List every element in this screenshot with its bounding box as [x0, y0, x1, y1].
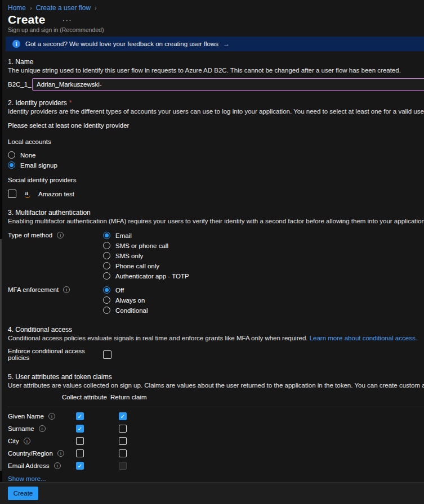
radio-label: Email [115, 232, 132, 239]
more-menu-icon[interactable]: ··· [63, 16, 73, 24]
radio-option-email[interactable]: Email [103, 232, 189, 239]
info-icon: i [12, 40, 20, 48]
mfa-enforcement-row: MFA enforcement i Off Always on Conditio… [8, 286, 424, 314]
attr-row-email-address: Email Addressi [8, 460, 424, 472]
radio-icon[interactable] [8, 151, 15, 159]
attr-label: Country/Regioni [8, 450, 76, 457]
section-identity-description: Identity providers are the different typ… [8, 108, 424, 115]
radio-icon[interactable] [103, 252, 110, 259]
return-checkbox-country-region[interactable] [119, 449, 127, 457]
social-providers-label: Social identity providers [8, 177, 424, 184]
enforce-conditional-label: Enforce conditional access policies [8, 348, 103, 361]
info-icon[interactable]: i [24, 438, 30, 444]
attr-row-city: Cityi [8, 435, 424, 447]
collect-attribute-column-header: Collect attribute [62, 394, 107, 400]
radio-icon[interactable] [103, 296, 110, 304]
attr-row-country-region: Country/Regioni [8, 447, 424, 460]
section-name-description: The unique string used to identify this … [8, 67, 424, 74]
create-button[interactable]: Create [8, 487, 38, 500]
radio-option-conditional[interactable]: Conditional [103, 307, 148, 314]
collect-checkbox-given-name[interactable] [76, 412, 84, 420]
attributes-table-headers: Collect attribute Return claim [8, 394, 424, 402]
return-checkbox-given-name[interactable] [119, 412, 127, 420]
mfa-enforcement-label: MFA enforcement i [8, 286, 103, 293]
enforce-conditional-row: Enforce conditional access policies [8, 348, 424, 361]
amazon-icon: a [25, 190, 32, 198]
banner-message: Got a second? We would love your feedbac… [25, 40, 218, 47]
info-icon[interactable]: i [57, 232, 64, 238]
radio-icon[interactable] [103, 272, 110, 280]
required-marker: * [69, 99, 72, 107]
attr-label: Cityi [8, 438, 76, 444]
section-conditional-description: Conditional access policies evaluate sig… [8, 335, 424, 342]
show-more-link[interactable]: Show more... [8, 475, 46, 482]
attr-row-surname: Surnamei [8, 422, 424, 435]
radio-label: Authenticator app - TOTP [115, 273, 189, 280]
radio-option-authenticator-totp[interactable]: Authenticator app - TOTP [103, 272, 189, 280]
radio-label: Phone call only [115, 263, 159, 269]
section-attributes-description: User attributes are values collected on … [8, 382, 424, 389]
breadcrumb-home-link[interactable]: Home [8, 4, 26, 12]
section-mfa-description: Enabling multifactor authentication (MFA… [8, 218, 424, 225]
identity-note: Please select at least one identity prov… [8, 122, 424, 129]
enforce-conditional-checkbox[interactable] [103, 350, 111, 359]
section-attributes-heading: 5. User attributes and token claims [8, 374, 424, 381]
radio-option-sms-or-phone-call[interactable]: SMS or phone call [103, 242, 189, 249]
chevron-right-icon: › [30, 4, 32, 12]
section-name-heading: 1. Name [8, 58, 424, 66]
collect-checkbox-surname[interactable] [76, 425, 84, 433]
attr-row-given-name: Given Namei [8, 410, 424, 422]
type-of-method-row: Type of method i Email SMS or phone call… [8, 232, 424, 280]
radio-icon[interactable] [103, 307, 110, 314]
show-more-row: Show more... [8, 475, 424, 482]
radio-option-phone-call-only[interactable]: Phone call only [103, 262, 189, 269]
conditional-learn-more-link[interactable]: Learn more about conditional access. [310, 335, 417, 341]
return-checkbox-surname[interactable] [119, 425, 127, 433]
type-of-method-radio-group: Email SMS or phone call SMS only Phone c… [103, 232, 189, 280]
social-provider-amazon-row: a Amazon test [8, 190, 424, 198]
collect-checkbox-city[interactable] [76, 437, 84, 445]
radio-label: Off [115, 287, 124, 294]
radio-label: Conditional [115, 307, 148, 314]
info-icon[interactable]: i [48, 413, 55, 420]
radio-icon[interactable] [103, 286, 110, 294]
radio-label: SMS or phone call [115, 242, 168, 249]
name-field-row: B2C_1_* [8, 78, 424, 91]
radio-option-off[interactable]: Off [103, 286, 148, 294]
chevron-right-icon: › [95, 4, 97, 12]
radio-icon[interactable] [103, 262, 110, 269]
collect-checkbox-email-address[interactable] [76, 462, 84, 470]
collect-checkbox-country-region[interactable] [76, 449, 84, 457]
info-icon[interactable]: i [57, 450, 64, 457]
amazon-test-checkbox[interactable] [8, 190, 16, 198]
local-accounts-radio-group: None Email signup [8, 151, 424, 169]
return-claim-column-header: Return claim [110, 394, 147, 400]
info-icon[interactable]: i [54, 462, 61, 469]
attr-label: Surnamei [8, 425, 76, 432]
return-checkbox-email-address [119, 462, 127, 470]
local-accounts-label: Local accounts [8, 138, 424, 146]
breadcrumb: Home › Create a user flow › [8, 4, 424, 12]
page-title: Create [8, 14, 46, 26]
section-conditional-heading: 4. Conditional access [8, 326, 424, 334]
arrow-right-icon[interactable]: → [223, 40, 230, 48]
breadcrumb-parent-link[interactable]: Create a user flow [36, 4, 91, 12]
left-scrollbar-thumb[interactable] [0, 239, 2, 471]
radio-option-none[interactable]: None [8, 151, 424, 159]
info-icon[interactable]: i [39, 425, 46, 432]
page-subtitle: Sign up and sign in (Recommended) [8, 26, 424, 33]
name-field-label: B2C_1_* [8, 81, 32, 88]
radio-icon[interactable] [103, 242, 110, 249]
feedback-banner[interactable]: i Got a second? We would love your feedb… [6, 37, 424, 51]
info-icon[interactable]: i [63, 286, 70, 293]
radio-icon[interactable] [103, 232, 110, 239]
radio-icon[interactable] [8, 161, 15, 169]
radio-option-always-on[interactable]: Always on [103, 296, 148, 304]
radio-option-sms-only[interactable]: SMS only [103, 252, 189, 259]
section-mfa-heading: 3. Multifactor authentication [8, 209, 424, 217]
type-of-method-label: Type of method i [8, 232, 103, 238]
return-checkbox-city[interactable] [119, 437, 127, 445]
radio-label: Always on [115, 297, 145, 304]
user-flow-name-input[interactable] [32, 78, 424, 91]
radio-option-email-signup[interactable]: Email signup [8, 161, 424, 169]
